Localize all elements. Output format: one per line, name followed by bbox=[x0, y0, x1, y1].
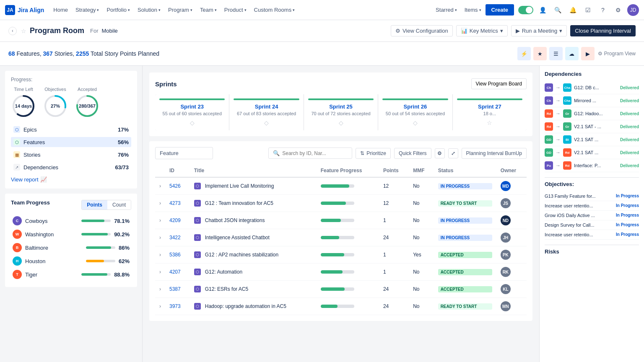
stories-icon: ▦ bbox=[13, 151, 20, 158]
obj-item[interactable]: G13 Family Feature for... In Progress bbox=[545, 191, 639, 201]
table-row[interactable]: › 4207 ⬡ G12: Automation 1 No ACCEPTED R… bbox=[155, 264, 527, 281]
user-icon[interactable]: 👤 bbox=[537, 4, 548, 16]
id-cell[interactable]: 4273 bbox=[165, 195, 190, 212]
star-icon[interactable]: ☆ bbox=[21, 28, 26, 34]
view-icon-2[interactable]: ☰ bbox=[549, 47, 563, 60]
obj-item[interactable]: Design Survey for Call... In Progress bbox=[545, 220, 639, 230]
view-icon-3[interactable]: ☁ bbox=[565, 47, 579, 60]
table-row[interactable]: › 4273 ⬡ G12 : Team innovation for AC5 1… bbox=[155, 195, 527, 212]
expand-cell[interactable]: › bbox=[155, 281, 165, 298]
circle-time-left: Time Left 14 days bbox=[11, 87, 36, 119]
view-report-link[interactable]: View report 📈 bbox=[11, 176, 131, 183]
id-cell[interactable]: 5426 bbox=[165, 177, 190, 195]
view-program-board-button[interactable]: View Program Board bbox=[471, 78, 527, 89]
sprint-card[interactable]: Sprint 23 55 out of 60 stories accepted … bbox=[155, 94, 229, 130]
nav-home[interactable]: Home bbox=[50, 5, 71, 15]
nav-solution[interactable]: Solution▾ bbox=[134, 5, 164, 15]
sprint-card[interactable]: Sprint 25 70 out of 72 stories accepted … bbox=[304, 94, 378, 130]
feature-title: Chatbot JSON integrations bbox=[205, 217, 265, 223]
search-icon[interactable]: 🔍 bbox=[552, 4, 564, 16]
expand-cell[interactable]: › bbox=[155, 212, 165, 229]
toggle-switch[interactable] bbox=[518, 6, 533, 14]
sprint-stories: 70 out of 72 stories accepted bbox=[308, 111, 374, 116]
view-icon-4[interactable]: ▶ bbox=[581, 47, 595, 60]
tab-points[interactable]: Points bbox=[82, 200, 107, 209]
id-cell[interactable]: 3422 bbox=[165, 229, 190, 246]
view-configuration-button[interactable]: ⚙ View Configuration bbox=[391, 25, 453, 36]
prioritize-button[interactable]: ⇅ Prioritize bbox=[356, 148, 391, 159]
nav-strategy[interactable]: Strategy▾ bbox=[72, 5, 102, 15]
feature-filter-select[interactable]: Feature bbox=[155, 147, 213, 159]
id-cell[interactable]: 3973 bbox=[165, 298, 190, 315]
table-row[interactable]: › 5426 ⬡ Implement Live Call Monitoring … bbox=[155, 177, 527, 195]
quick-filters-button[interactable]: Quick Filters bbox=[394, 148, 431, 159]
table-row[interactable]: › 5387 ⬡ G12: ESRs for AC5 24 No ACCEPTE… bbox=[155, 281, 527, 298]
nav-team[interactable]: Team▾ bbox=[197, 5, 220, 15]
obj-item[interactable]: Increase user retentio... In Progress bbox=[545, 201, 639, 211]
stories-label-sidebar: Stories bbox=[23, 152, 114, 158]
id-cell[interactable]: 4209 bbox=[165, 212, 190, 229]
view-icon-0[interactable]: ⚡ bbox=[517, 47, 531, 60]
sidebar-collapse-button[interactable]: ‹ bbox=[8, 27, 17, 35]
dep-item[interactable]: Ch → Cha G12: DB c... Delivered bbox=[545, 81, 639, 94]
sprint-card[interactable]: Sprint 27 18 o... ☆ bbox=[453, 94, 527, 130]
team-row[interactable]: W Washington 90.2% bbox=[11, 228, 131, 241]
bell-icon[interactable]: 🔔 bbox=[567, 4, 579, 16]
expand-cell[interactable]: › bbox=[155, 298, 165, 315]
burnup-button[interactable]: Planning Interval BurnUp bbox=[462, 148, 527, 159]
search-input[interactable] bbox=[282, 150, 348, 156]
team-row[interactable]: T Tiger 88.8% bbox=[11, 268, 131, 281]
tab-count[interactable]: Count bbox=[107, 200, 131, 209]
sprint-card[interactable]: Sprint 24 67 out of 83 stories accepted … bbox=[229, 94, 303, 130]
view-icon-1[interactable]: ★ bbox=[533, 47, 547, 60]
progress-item-deps[interactable]: ↗ Dependencies 63/73 bbox=[11, 162, 131, 172]
expand-icon[interactable]: ⤢ bbox=[448, 148, 458, 158]
id-cell[interactable]: 5387 bbox=[165, 281, 190, 298]
key-metrics-button[interactable]: 📊 Key Metrics ▾ bbox=[456, 25, 508, 36]
dep-item[interactable]: GD → Bl V2.1 SAT ... Delivered bbox=[545, 133, 639, 146]
nav-starred[interactable]: Starred▾ bbox=[432, 5, 460, 15]
expand-cell[interactable]: › bbox=[155, 177, 165, 195]
nav-portfolio[interactable]: Portfolio▾ bbox=[103, 5, 133, 15]
checkbox-icon[interactable]: ☑ bbox=[582, 4, 594, 16]
obj-item[interactable]: Increase user retentio... In Progress bbox=[545, 230, 639, 240]
sprint-card[interactable]: Sprint 26 50 out of 54 stories accepted … bbox=[378, 94, 452, 130]
team-row[interactable]: C Cowboys 78.1% bbox=[11, 214, 131, 228]
settings-icon[interactable]: ⚙ bbox=[612, 4, 624, 16]
dep-item[interactable]: GD → Rd V2.1 SAT ... Delivered bbox=[545, 146, 639, 159]
progress-item-stories[interactable]: ▦ Stories 76% bbox=[11, 150, 131, 160]
dep-item[interactable]: Rd → Gr V2.1 SAT - ... Delivered bbox=[545, 120, 639, 133]
run-meeting-button[interactable]: ▶ Run a Meeting ▾ bbox=[511, 25, 567, 36]
table-row[interactable]: › 3973 ⬡ Hadoop: upgrade automation in A… bbox=[155, 298, 527, 315]
expand-cell[interactable]: › bbox=[155, 229, 165, 246]
expand-cell[interactable]: › bbox=[155, 246, 165, 264]
table-row[interactable]: › 3422 ⬡ Intelligence Assisted Chatbot 2… bbox=[155, 229, 527, 246]
table-row[interactable]: › 4209 ⬡ Chatbot JSON integrations 1 No … bbox=[155, 212, 527, 229]
nav-custom-rooms[interactable]: Custom Rooms▾ bbox=[251, 5, 299, 15]
logo[interactable]: JA Jira Align bbox=[5, 5, 44, 15]
status-cell: READY TO START bbox=[434, 298, 496, 315]
create-button[interactable]: Create bbox=[486, 4, 514, 16]
avatar-icon[interactable]: JD bbox=[627, 4, 639, 16]
dep-item[interactable]: Rd → Gr G12: Hadoo... Delivered bbox=[545, 107, 639, 120]
id-cell[interactable]: 5386 bbox=[165, 246, 190, 264]
dep-item[interactable]: Ch → Cha Mirrored ... Delivered bbox=[545, 94, 639, 107]
team-row[interactable]: B Baltimore 86% bbox=[11, 241, 131, 254]
expand-cell[interactable]: › bbox=[155, 264, 165, 281]
close-interval-button[interactable]: Close Planning Interval bbox=[570, 25, 636, 36]
nav-program[interactable]: Program▾ bbox=[165, 5, 196, 15]
nav-items[interactable]: Items▾ bbox=[461, 5, 485, 15]
progress-item-features[interactable]: ⬡ Features 56% bbox=[11, 137, 131, 147]
settings-toolbar-icon[interactable]: ⚙ bbox=[435, 148, 445, 158]
obj-item[interactable]: Grow iOS Daily Active ... In Progress bbox=[545, 211, 639, 220]
help-icon[interactable]: ? bbox=[597, 4, 609, 16]
id-cell[interactable]: 4207 bbox=[165, 264, 190, 281]
dep-arrow-icon: → bbox=[556, 111, 561, 116]
progress-item-epics[interactable]: ⬡ Epics 17% bbox=[11, 124, 131, 134]
team-row[interactable]: H Houston 62% bbox=[11, 254, 131, 268]
expand-cell[interactable]: › bbox=[155, 195, 165, 212]
dep-item[interactable]: Pu → Rd Interface: P... Delivered bbox=[545, 159, 639, 172]
owner-cell: MN bbox=[496, 298, 527, 315]
nav-product[interactable]: Product▾ bbox=[221, 5, 250, 15]
table-row[interactable]: › 5386 ⬡ G12 : AP2 machines stabilizatio… bbox=[155, 246, 527, 264]
